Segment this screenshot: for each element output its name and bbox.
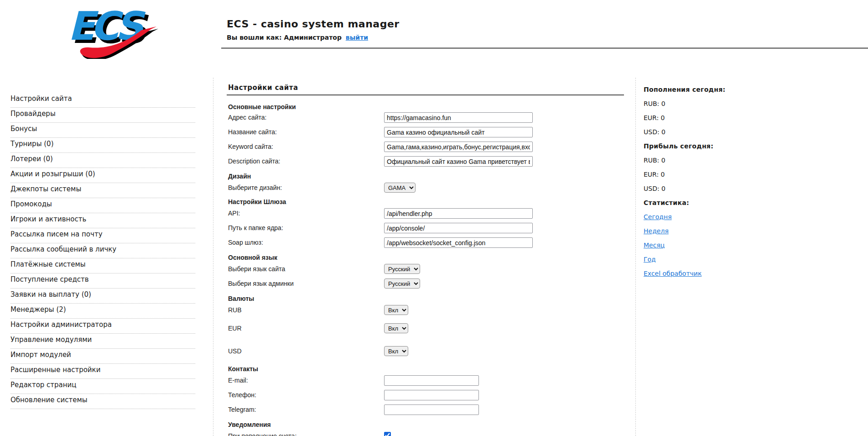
sidebar-item-incoming-funds[interactable]: Поступление средств [10,273,195,289]
form-title: Настройки сайта [228,84,298,92]
profit-today-title: Прибыль сегодня: [644,142,780,156]
notify-on-deposit-label: При пополнение счета: [228,431,384,436]
sidebar-item-promocodes[interactable]: Промокоды [10,198,195,213]
sidebar-menu: Настройки сайта Провайдеры Бонусы Турнир… [10,93,195,409]
field-row-admin-language: Выбери язык админки Русский [228,278,547,293]
sidebar-item-lotteries[interactable]: Лотереи (0) [10,153,195,168]
section-basic-settings: Основные настройки [228,101,547,112]
deposits-usd-value: USD: 0 [644,127,780,142]
field-row-site-description: Description сайта: [228,156,547,171]
site-keywords-input[interactable] [384,142,533,152]
sidebar-item-tournaments[interactable]: Турниры (0) [10,138,195,153]
sidebar-item-payment-systems[interactable]: Платёжные системы [10,258,195,273]
site-name-input[interactable] [384,127,533,137]
sidebar-item-module-import[interactable]: Импорт модулей [10,349,195,364]
field-row-email: E-mail: [228,375,547,390]
sidebar-item-email-mailing[interactable]: Рассылка писем на почту [10,228,195,243]
sidebar-item-module-management[interactable]: Управление модулями [10,334,195,349]
email-input[interactable] [384,375,479,386]
site-keywords-label: Keyword сайта: [228,142,384,150]
currency-usd-label: USD [228,346,384,355]
field-row-soap-gateway: Soap шлюз: [228,237,547,252]
core-path-label: Путь к папке ядра: [228,223,384,231]
api-input[interactable] [384,208,533,219]
field-row-currency-eur: EUR Вкл [228,323,547,346]
site-address-input[interactable] [384,112,533,123]
field-row-site-language: Выбери язык сайта Русский [228,264,547,278]
deposits-today-title: Пополнения сегодня: [644,85,780,99]
telegram-input[interactable] [384,404,479,415]
section-contacts: Контакты [228,363,547,375]
currency-rub-label: RUB [228,305,384,314]
field-row-design: Выберите дизайн: GAMA [228,183,547,196]
login-status-line: Вы вошли как: Администратор выйти [227,34,400,41]
field-row-core-path: Путь к папке ядра: [228,223,547,237]
profit-eur-value: EUR: 0 [644,170,780,184]
sidebar-item-promotions[interactable]: Акции и розыгрыши (0) [10,168,195,183]
main-right-divider [635,78,636,436]
stats-link-year[interactable]: Год [644,256,656,263]
currency-eur-select[interactable]: Вкл [384,323,408,333]
phone-label: Телефон: [228,390,384,399]
currency-usd-select[interactable]: Вкл [384,346,408,356]
admin-language-select[interactable]: Русский [384,278,420,289]
sidebar-item-payout-requests[interactable]: Заявки на выплату (0) [10,289,195,304]
section-gateway-settings: Настройки Шлюза [228,196,547,208]
field-row-site-address: Адрес сайта: [228,112,547,127]
field-row-notify-on-deposit: При пополнение счета: [228,431,547,436]
page-title: ECS - casino system manager [227,18,400,30]
sidebar-item-system-update[interactable]: Обновление системы [10,394,195,409]
sidebar-item-advanced-settings[interactable]: Расширенные настройки [10,364,195,379]
section-main-language: Основной язык [228,252,547,264]
field-row-telegram: Telegram: [228,404,547,419]
deposits-rub-value: RUB: 0 [644,99,780,113]
site-language-select[interactable]: Русский [384,264,420,274]
soap-gateway-label: Soap шлюз: [228,237,384,246]
currency-rub-select[interactable]: Вкл [384,305,408,315]
main-left-divider [213,78,213,436]
sidebar-item-jackpots[interactable]: Джекпоты системы [10,183,195,198]
notify-on-deposit-checkbox[interactable] [384,432,391,436]
form-title-divider [227,95,624,95]
sidebar-item-admin-settings[interactable]: Настройки администратора [10,319,195,334]
sidebar-item-page-editor[interactable]: Редактор страниц [10,379,195,394]
admin-language-label: Выбери язык админки [228,278,384,287]
sidebar-item-pm-mailing[interactable]: Рассылка сообщений в личку [10,243,195,258]
site-language-label: Выбери язык сайта [228,264,384,273]
site-description-input[interactable] [384,156,533,167]
sidebar-item-players-activity[interactable]: Игроки и активность [10,213,195,228]
site-name-label: Название сайта: [228,127,384,136]
ecs-logo: ECS ECS [63,6,159,59]
header-divider [221,47,868,49]
profit-rub-value: RUB: 0 [644,156,780,170]
soap-gateway-input[interactable] [384,237,533,248]
field-row-site-name: Название сайта: [228,127,547,142]
field-row-phone: Телефон: [228,390,547,404]
site-description-label: Description сайта: [228,156,384,165]
api-label: API: [228,208,384,217]
ecs-logo-image: ECS ECS [63,6,159,59]
stats-link-today[interactable]: Сегодня [644,213,672,221]
deposits-eur-value: EUR: 0 [644,113,780,127]
sidebar-item-bonuses[interactable]: Бонусы [10,123,195,138]
field-row-currency-usd: USD Вкл [228,346,547,363]
logout-link[interactable]: выйти [346,34,368,41]
phone-input[interactable] [384,390,479,400]
section-notifications: Уведомления [228,419,547,431]
site-address-label: Адрес сайта: [228,112,384,121]
stats-link-month[interactable]: Месяц [644,242,665,249]
section-currencies: Валюты [228,293,547,305]
email-label: E-mail: [228,375,384,384]
site-settings-form: Основные настройки Адрес сайта: Название… [228,101,547,436]
profit-usd-value: USD: 0 [644,184,780,198]
currency-eur-label: EUR [228,323,384,332]
core-path-input[interactable] [384,223,533,233]
field-row-site-keywords: Keyword сайта: [228,142,547,156]
stats-link-week[interactable]: Неделя [644,227,669,235]
sidebar-item-managers[interactable]: Менеджеры (2) [10,304,195,319]
stats-link-excel-handler[interactable]: Excel обработчик [644,270,702,277]
sidebar-item-providers[interactable]: Провайдеры [10,108,195,123]
login-status-text: Вы вошли как: Администратор [227,34,342,41]
design-select[interactable]: GAMA [384,183,416,193]
sidebar-item-site-settings[interactable]: Настройки сайта [10,93,195,108]
